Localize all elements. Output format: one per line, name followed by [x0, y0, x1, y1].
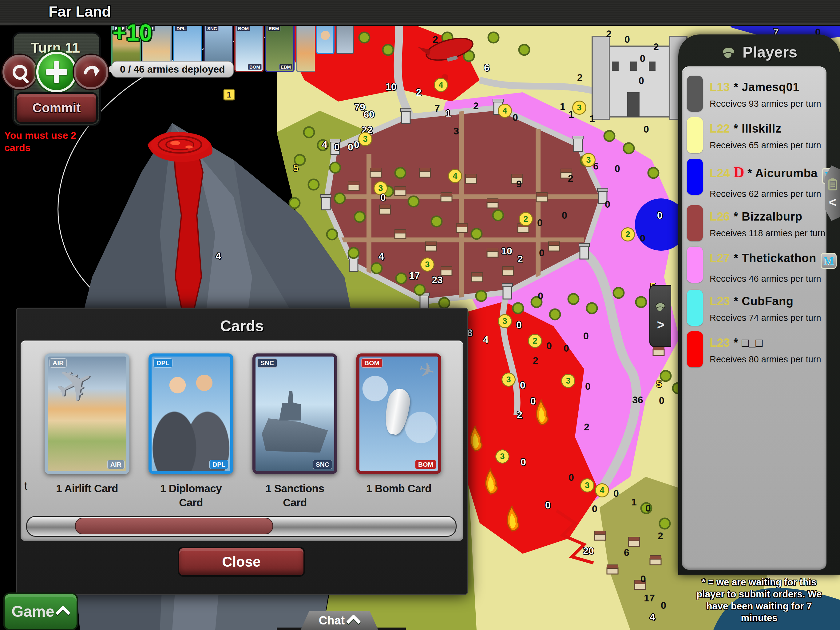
dialog-footer: Close: [17, 542, 467, 594]
player-row[interactable]: L22 * Illskillz Receives 65 armies per t…: [687, 117, 826, 154]
hand-card[interactable]: [316, 24, 335, 54]
player-name: * CubFang: [734, 295, 793, 308]
card-code-badge: DPL: [209, 460, 229, 469]
card-code-badge: AIR: [49, 358, 67, 367]
player-income: Receives 46 armies per turn: [710, 273, 831, 285]
player-level: L24: [710, 167, 729, 180]
scrollbar-thumb[interactable]: [75, 518, 273, 534]
player-income: Receives 118 armies per turn: [710, 228, 826, 239]
redo-arrow-icon: [82, 63, 100, 81]
clipboard-icon: [826, 177, 839, 191]
cards-dialog: Cards t AIR AIR 1 Airlift Card DPL: [16, 308, 468, 595]
card[interactable]: BOM BOM: [356, 353, 441, 474]
commit-label: Commit: [33, 101, 81, 116]
player-name: * Thetickathon: [734, 252, 816, 264]
card-code-badge: SNC: [206, 25, 219, 32]
card-label: 1 Sanctions Card: [256, 481, 333, 510]
card-label: 1 Bomb Card: [360, 481, 437, 495]
card-code-badge: SNC: [257, 358, 277, 367]
soldier-helmet-icon: [654, 301, 668, 313]
player-row[interactable]: L13 * Jamesq01 Receives 93 armies per tu…: [687, 76, 826, 112]
player-name: * □_□: [734, 336, 763, 349]
player-row[interactable]: L27 * Thetickathon M Receives 46 armies …: [687, 247, 826, 285]
player-name: * Illskillz: [734, 122, 781, 135]
commit-button[interactable]: Commit: [15, 92, 98, 123]
card-art: [47, 356, 126, 471]
player-name: * Jamesq01: [734, 81, 799, 93]
chevron-up-icon: [56, 605, 70, 620]
card-code-badge: BOM: [361, 358, 382, 367]
player-name: * Aicurumba: [747, 167, 818, 180]
card-code-badge: DPL: [153, 358, 172, 367]
card-code-badge: DPL: [175, 25, 187, 32]
member-badge: M: [821, 253, 837, 269]
card[interactable]: SNC SNC: [253, 353, 337, 474]
collapse-panel-tab[interactable]: <: [825, 166, 840, 221]
player-row[interactable]: L23 * □_□ Receives 80 armies per turn: [687, 331, 826, 367]
game-menu-button[interactable]: Game: [3, 592, 78, 630]
player-level: L23: [710, 295, 729, 308]
card-code-badge: SNC: [313, 460, 332, 469]
player-color-swatch: [687, 159, 703, 195]
game-label: Game: [12, 603, 54, 621]
plus-icon: [46, 61, 67, 83]
player-row[interactable]: L26 * Bizzalburp Receives 118 armies per…: [687, 205, 826, 242]
card[interactable]: AIR AIR: [44, 353, 129, 474]
player-level: L23: [710, 336, 729, 349]
waiting-footnote: * = we are waiting for this player to su…: [679, 576, 839, 624]
player-row[interactable]: L23 * CubFang Receives 74 armies per tur…: [687, 290, 826, 326]
soldier-helmet-icon: [721, 44, 737, 60]
player-diplomacy-letter: D: [734, 164, 744, 180]
dialog-title: Cards: [17, 317, 467, 335]
players-panel: Players L13 * Jamesq01 Receives 93 armie…: [678, 35, 840, 575]
hand-card[interactable]: BOM BOM: [234, 24, 264, 72]
hand-card[interactable]: [296, 24, 315, 72]
card-code-badge: EBM: [267, 25, 280, 32]
chat-tab[interactable]: Chat: [301, 611, 378, 630]
player-row[interactable]: L24 D * Aicurumba M Receives 62 armies p…: [687, 159, 826, 200]
card-code-badge: EBM: [279, 64, 292, 70]
player-level: L22: [710, 122, 729, 135]
clipped-text: t: [24, 480, 27, 492]
chat-label: Chat: [319, 614, 345, 627]
hand-card[interactable]: [336, 24, 354, 54]
player-color-swatch: [687, 247, 703, 283]
magnifier-icon: [13, 65, 27, 79]
card-code-badge: BOM: [415, 460, 436, 469]
close-label: Close: [222, 553, 261, 570]
card-label: 1 Airlift Card: [49, 481, 125, 495]
player-color-swatch: [687, 76, 703, 112]
players-title: Players: [742, 43, 797, 61]
cards-scrollbar[interactable]: [26, 516, 456, 537]
player-income: Receives 62 armies per turn: [710, 188, 831, 200]
players-header: Players: [678, 40, 840, 65]
player-level: L13: [710, 81, 729, 93]
player-color-swatch: [687, 290, 703, 326]
collapse-chevron: <: [829, 196, 837, 209]
player-color-swatch: [687, 205, 703, 241]
zoom-search-button[interactable]: [2, 55, 37, 89]
player-level: L27: [710, 252, 729, 264]
card-label: 1 Diplomacy Card: [153, 481, 229, 510]
player-income: Receives 65 armies per turn: [710, 140, 821, 151]
add-armies-button[interactable]: [36, 52, 77, 92]
reinforcement-bonus-text: +10: [112, 19, 152, 46]
player-name: * Bizzalburp: [734, 210, 802, 223]
redo-button[interactable]: [74, 55, 108, 89]
close-button[interactable]: Close: [178, 547, 305, 577]
expand-panel-tab[interactable]: >: [649, 285, 671, 347]
hand-card[interactable]: EBM EBM: [265, 24, 295, 72]
card-art: [256, 356, 334, 471]
dialog-cards-row: AIR AIR 1 Airlift Card DPL DPL 1 Diploma…: [44, 353, 441, 510]
players-list: L13 * Jamesq01 Receives 93 armies per tu…: [682, 66, 826, 570]
card-code-badge: BOM: [237, 25, 250, 32]
card-code-badge: AIR: [107, 460, 125, 469]
player-income: Receives 80 armies per turn: [710, 354, 821, 366]
card-art: [359, 356, 438, 471]
game-title: Far Land: [49, 3, 111, 20]
card-art: [152, 356, 230, 471]
card-code-badge: BOM: [248, 64, 262, 70]
player-level: L26: [710, 210, 729, 223]
card[interactable]: DPL DPL: [148, 353, 234, 474]
player-color-swatch: [687, 331, 703, 367]
